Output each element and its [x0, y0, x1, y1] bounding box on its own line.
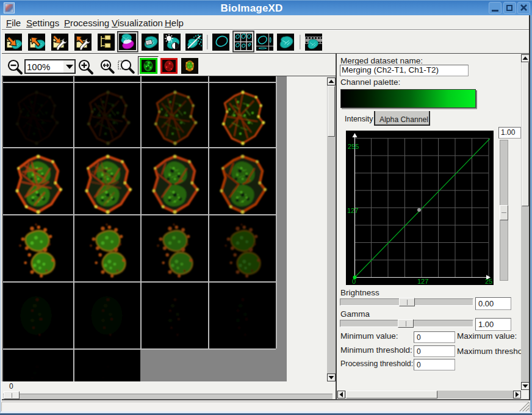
svg-text:127: 127 [417, 278, 428, 285]
svg-text:255: 255 [348, 143, 359, 150]
svg-text:0: 0 [352, 278, 356, 285]
svg-text:25: 25 [485, 278, 492, 285]
svg-text:127: 127 [347, 207, 358, 214]
